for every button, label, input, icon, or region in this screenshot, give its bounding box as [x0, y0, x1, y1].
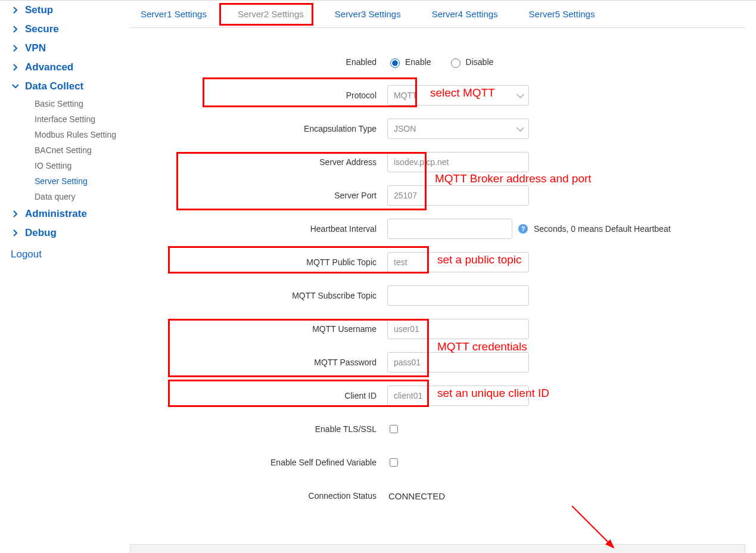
chevron-right-icon	[11, 64, 20, 71]
row-sub-topic: MQTT Subscribe Topic	[130, 283, 745, 308]
svg-line-0	[572, 506, 614, 548]
tab-server4[interactable]: Server4 Settings	[428, 1, 502, 27]
nav-label: Advanced	[20, 61, 73, 73]
tab-server2[interactable]: Server2 Settings	[234, 1, 307, 27]
hint-heartbeat: Seconds, 0 means Default Heartbeat	[534, 224, 671, 234]
row-client-id: Client ID set an unique client ID	[130, 383, 745, 408]
label-enabled: Enabled	[130, 57, 387, 67]
input-server-port[interactable]	[387, 185, 529, 206]
subnav-data-query[interactable]: Data query	[25, 189, 130, 204]
form: Enabled Enable Disable Protocol	[130, 28, 745, 508]
label-protocol: Protocol	[130, 91, 387, 100]
row-mqtt-user: MQTT Username	[130, 316, 745, 341]
radio-enable-label: Enable	[405, 57, 431, 67]
subnav-bacnet-setting[interactable]: BACnet Setting	[25, 142, 130, 158]
label-pub-topic: MQTT Public Topic	[130, 257, 387, 267]
label-heartbeat: Heartbeat Interval	[130, 224, 387, 234]
label-encapsulation: Encapsulation Type	[130, 124, 387, 133]
label-server-address: Server Address	[130, 157, 387, 167]
row-conn-status: Connection Status CONNECTED	[130, 483, 745, 508]
row-heartbeat: Heartbeat Interval ? Seconds, 0 means De…	[130, 216, 745, 241]
label-selfvar: Enable Self Defined Variable	[130, 458, 387, 467]
nav-advanced[interactable]: Advanced	[11, 58, 130, 77]
radio-disable-label: Disable	[466, 57, 494, 67]
main-content: Server1 Settings Server2 Settings Server…	[130, 1, 756, 553]
chevron-right-icon	[11, 26, 20, 33]
help-icon[interactable]: ?	[518, 224, 528, 234]
radio-disable[interactable]: Disable	[448, 57, 494, 68]
row-enabled: Enabled Enable Disable	[130, 49, 745, 74]
checkbox-tls[interactable]	[390, 425, 398, 433]
tab-server3[interactable]: Server3 Settings	[331, 1, 405, 27]
row-encapsulation: Encapsulation Type JSON	[130, 116, 745, 141]
nav-vpn[interactable]: VPN	[11, 39, 130, 58]
label-tls: Enable TLS/SSL	[130, 424, 387, 434]
row-protocol: Protocol MQTT select MQTT	[130, 83, 745, 108]
label-client-id: Client ID	[130, 391, 387, 400]
chevron-down-icon	[11, 84, 20, 89]
input-sub-topic[interactable]	[387, 285, 529, 306]
radio-enable-input[interactable]	[390, 58, 400, 68]
nav-sub-data-collect: Basic Setting Interface Setting Modbus R…	[11, 96, 130, 204]
select-encapsulation[interactable]: JSON	[387, 119, 529, 139]
subnav-basic-setting[interactable]: Basic Setting	[25, 96, 130, 111]
subnav-interface-setting[interactable]: Interface Setting	[25, 111, 130, 127]
row-mqtt-pass: MQTT Password	[130, 350, 745, 375]
nav-label: VPN	[20, 42, 46, 54]
nav-label: Data Collect	[20, 80, 83, 92]
input-pub-topic[interactable]	[387, 252, 529, 272]
nav-debug[interactable]: Debug	[11, 223, 130, 243]
label-sub-topic: MQTT Subscribe Topic	[130, 291, 387, 300]
input-mqtt-user[interactable]	[387, 319, 529, 339]
nav-label: Setup	[20, 4, 53, 16]
nav-administrate[interactable]: Administrate	[11, 204, 130, 223]
row-tls: Enable TLS/SSL	[130, 417, 745, 442]
row-server-port: Server Port	[130, 183, 745, 208]
logout-link[interactable]: Logout	[11, 243, 130, 260]
tab-server1[interactable]: Server1 Settings	[137, 1, 210, 27]
nav-secure[interactable]: Secure	[11, 20, 130, 39]
subnav-modbus-rules[interactable]: Modbus Rules Setting	[25, 127, 130, 142]
row-pub-topic: MQTT Public Topic set a public topic	[130, 250, 745, 275]
checkbox-selfvar[interactable]	[390, 458, 398, 467]
input-client-id[interactable]	[387, 386, 529, 406]
chevron-right-icon	[11, 210, 20, 218]
input-mqtt-pass[interactable]	[387, 352, 529, 372]
nav-label: Administrate	[20, 208, 87, 220]
tab-server5[interactable]: Server5 Settings	[525, 1, 599, 27]
subnav-io-setting[interactable]: IO Setting	[25, 158, 130, 173]
tabs: Server1 Settings Server2 Settings Server…	[130, 1, 745, 28]
arrow-icon	[566, 503, 626, 553]
label-server-port: Server Port	[130, 191, 387, 200]
radio-disable-input[interactable]	[451, 58, 461, 68]
chevron-right-icon	[11, 7, 20, 14]
nav-data-collect[interactable]: Data Collect	[11, 77, 130, 96]
row-server-address: Server Address	[130, 150, 745, 175]
chevron-right-icon	[11, 45, 20, 52]
nav-setup[interactable]: Setup	[11, 1, 130, 20]
input-server-address[interactable]	[387, 152, 529, 172]
label-mqtt-pass: MQTT Password	[130, 358, 387, 367]
value-conn-status: CONNECTED	[387, 491, 445, 501]
nav-label: Debug	[20, 227, 57, 239]
select-protocol[interactable]: MQTT	[387, 85, 529, 105]
footer-bar: Save & Apply Save Reset	[130, 544, 745, 553]
nav-label: Secure	[20, 23, 59, 35]
subnav-server-setting[interactable]: Server Setting	[25, 173, 130, 189]
label-conn-status: Connection Status	[130, 491, 387, 501]
chevron-right-icon	[11, 229, 20, 237]
row-selfvar: Enable Self Defined Variable	[130, 450, 745, 475]
label-mqtt-user: MQTT Username	[130, 324, 387, 334]
input-heartbeat[interactable]	[387, 219, 512, 239]
sidebar: Setup Secure VPN Advanced Data Collect B…	[0, 1, 130, 553]
radio-enable[interactable]: Enable	[387, 57, 431, 68]
